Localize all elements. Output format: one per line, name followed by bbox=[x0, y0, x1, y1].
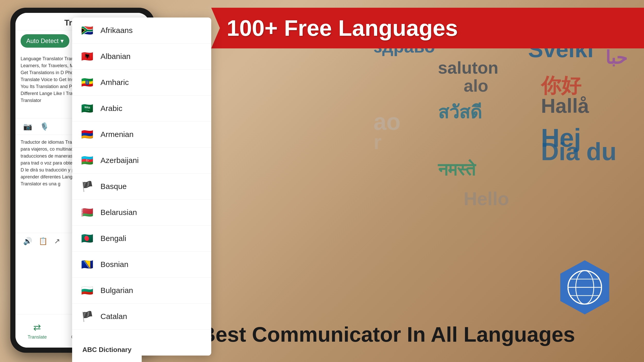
flag-icon: 🇦🇱 bbox=[80, 49, 94, 64]
flag-icon: 🏴 bbox=[80, 179, 94, 194]
flag-icon: 🇿🇦 bbox=[80, 23, 94, 38]
flag-icon: 🇧🇦 bbox=[80, 257, 94, 272]
translate-nav-icon: ⇄ bbox=[33, 322, 41, 333]
language-item[interactable]: 🏴Catalan bbox=[72, 304, 211, 330]
share-icon[interactable]: ↗ bbox=[54, 237, 60, 245]
microphone-icon[interactable]: 🎙️ bbox=[40, 122, 49, 131]
speaker-icon[interactable]: 🔊 bbox=[23, 237, 32, 245]
flag-icon: 🏴 bbox=[80, 309, 94, 324]
language-name: Arabic bbox=[100, 104, 122, 113]
language-name: Catalan bbox=[100, 312, 127, 321]
tagline-text: Best Communicator In All Languages bbox=[200, 323, 575, 346]
copy-icon[interactable]: 📋 bbox=[39, 237, 48, 245]
language-item[interactable]: 🇧🇬Bulgarian bbox=[72, 278, 211, 304]
language-item[interactable]: 🇸🇦Arabic bbox=[72, 96, 211, 122]
nav-translate[interactable]: ⇄ Translate bbox=[28, 322, 47, 340]
camera-icon[interactable]: 📷 bbox=[23, 122, 32, 131]
flag-icon: 🇸🇦 bbox=[80, 101, 94, 116]
language-item[interactable]: 🇧🇦Bosnian bbox=[72, 252, 211, 278]
chevron-down-icon: ▾ bbox=[61, 37, 64, 45]
language-item[interactable]: 🇿🇦Afrikaans bbox=[72, 18, 211, 44]
flag-icon: 🇦🇲 bbox=[80, 127, 94, 142]
bottom-tagline: Best Communicator In All Languages bbox=[144, 322, 631, 347]
language-name: Bengali bbox=[100, 234, 126, 243]
auto-detect-label: Auto Detect bbox=[26, 37, 58, 45]
flag-icon: 🇧🇾 bbox=[80, 205, 94, 220]
language-name: Amharic bbox=[100, 78, 129, 87]
language-name: Azerbaijani bbox=[100, 156, 139, 165]
flag-icon: 🇧🇬 bbox=[80, 283, 94, 298]
language-item[interactable]: 🇦🇱Albanian bbox=[72, 44, 211, 70]
language-dropdown[interactable]: 🇿🇦Afrikaans🇦🇱Albanian🇪🇹Amharic🇸🇦Arabic🇦🇲… bbox=[72, 18, 211, 356]
flag-icon: 🇪🇹 bbox=[80, 75, 94, 90]
promo-banner: 100+ Free Languages bbox=[211, 8, 644, 48]
language-item[interactable]: 🇦🇲Armenian bbox=[72, 122, 211, 148]
banner-text: 100+ Free Languages bbox=[227, 15, 458, 41]
language-name: Bulgarian bbox=[100, 286, 133, 295]
globe-icon bbox=[556, 259, 613, 316]
flag-icon: 🇦🇿 bbox=[80, 153, 94, 168]
language-name: Belarusian bbox=[100, 208, 137, 217]
abc-dictionary-text: ABC Dictionary bbox=[82, 346, 132, 354]
language-item[interactable]: 🇦🇿Azerbaijani bbox=[72, 148, 211, 174]
language-item[interactable]: 🇪🇹Amharic bbox=[72, 70, 211, 96]
flag-icon: 🇧🇩 bbox=[80, 231, 94, 246]
language-name: Afrikaans bbox=[100, 26, 133, 35]
language-item[interactable]: 🇧🇩Bengali bbox=[72, 226, 211, 252]
nav-translate-label: Translate bbox=[28, 334, 47, 340]
language-item[interactable]: 🇧🇾Belarusian bbox=[72, 200, 211, 226]
language-item[interactable]: 🏴Basque bbox=[72, 174, 211, 200]
language-name: Bosnian bbox=[100, 260, 128, 269]
language-name: Basque bbox=[100, 182, 127, 191]
abc-dictionary-label-area: ABC Dictionary bbox=[72, 338, 142, 362]
auto-detect-button[interactable]: Auto Detect ▾ bbox=[21, 34, 69, 48]
language-name: Armenian bbox=[100, 130, 133, 139]
language-name: Albanian bbox=[100, 52, 131, 61]
